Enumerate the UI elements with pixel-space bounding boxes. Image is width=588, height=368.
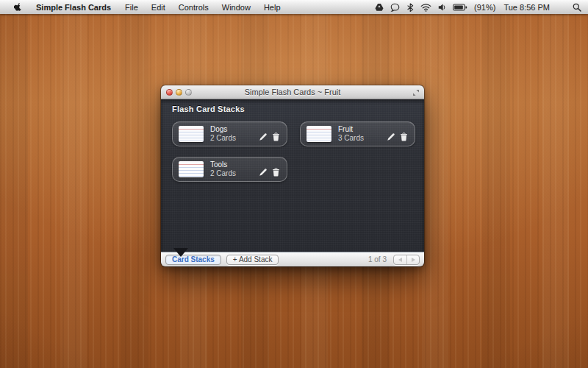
- battery-percent: (91%): [474, 3, 495, 12]
- trash-icon: [272, 168, 280, 177]
- index-card-thumbnail: [306, 126, 331, 142]
- stack-count: 3 Cards: [338, 134, 364, 144]
- active-tab-pointer: [173, 248, 188, 257]
- app-window: Simple Flash Cards ~ Fruit Flash Card St…: [161, 85, 424, 266]
- chat-icon[interactable]: [390, 3, 400, 12]
- search-icon: [573, 3, 581, 12]
- drive-icon[interactable]: [375, 3, 384, 12]
- delete-stack-button[interactable]: [272, 168, 280, 177]
- index-card-thumbnail: [179, 161, 204, 177]
- bluetooth-icon[interactable]: [406, 3, 414, 12]
- window-titlebar[interactable]: Simple Flash Cards ~ Fruit: [161, 85, 424, 99]
- stack-grid: Dogs 2 Cards Fruit 3 Cards: [161, 113, 424, 182]
- stack-item-tools[interactable]: Tools 2 Cards: [172, 157, 287, 182]
- battery-icon[interactable]: [453, 3, 467, 12]
- desktop-wallpaper: Simple Flash Cards File Edit Controls Wi…: [0, 0, 588, 368]
- stack-name: Dogs: [210, 125, 236, 135]
- fullscreen-arrows-icon: [412, 89, 420, 96]
- edit-stack-button[interactable]: [259, 132, 268, 141]
- trash-icon: [400, 132, 408, 141]
- stack-count: 2 Cards: [210, 169, 236, 179]
- chevron-right-icon: [412, 258, 415, 262]
- apple-icon: [14, 2, 22, 12]
- menu-controls[interactable]: Controls: [172, 3, 215, 12]
- minimize-button[interactable]: [176, 89, 182, 96]
- apple-menu[interactable]: [7, 0, 29, 14]
- stack-name: Tools: [210, 160, 236, 170]
- edit-stack-button[interactable]: [387, 132, 395, 141]
- window-content: Flash Card Stacks Dogs 2 Cards: [161, 99, 424, 252]
- menu-edit[interactable]: Edit: [145, 3, 172, 12]
- bottom-toolbar: Card Stacks + Add Stack 1 of 3: [161, 252, 424, 266]
- stack-item-fruit[interactable]: Fruit 3 Cards: [300, 121, 415, 146]
- trash-icon: [272, 132, 280, 141]
- spotlight-menu[interactable]: [573, 3, 581, 12]
- pencil-icon: [387, 132, 395, 141]
- previous-page-button[interactable]: [394, 255, 406, 264]
- next-page-button[interactable]: [406, 255, 419, 264]
- stack-count: 2 Cards: [210, 134, 236, 144]
- menu-bar: Simple Flash Cards File Edit Controls Wi…: [0, 0, 588, 14]
- delete-stack-button[interactable]: [400, 132, 408, 141]
- menu-help[interactable]: Help: [257, 3, 287, 12]
- volume-icon[interactable]: [438, 3, 446, 12]
- wifi-icon[interactable]: [420, 3, 431, 12]
- chevron-left-icon: [398, 258, 402, 262]
- menu-app-name[interactable]: Simple Flash Cards: [29, 3, 118, 12]
- pencil-icon: [259, 132, 268, 141]
- menu-file[interactable]: File: [118, 3, 145, 12]
- delete-stack-button[interactable]: [272, 132, 280, 141]
- traffic-lights: [166, 89, 192, 96]
- page-title: Flash Card Stacks: [161, 99, 424, 113]
- edit-stack-button[interactable]: [259, 168, 268, 177]
- fullscreen-button[interactable]: [412, 89, 420, 96]
- zoom-button: [185, 89, 192, 96]
- stack-name: Fruit: [338, 125, 364, 135]
- add-stack-button[interactable]: + Add Stack: [226, 255, 279, 265]
- page-indicator: 1 of 3: [368, 255, 388, 263]
- close-button[interactable]: [166, 89, 173, 96]
- stack-item-dogs[interactable]: Dogs 2 Cards: [172, 121, 287, 146]
- window-title: Simple Flash Cards ~ Fruit: [245, 88, 341, 96]
- index-card-thumbnail: [179, 126, 204, 142]
- menu-bar-clock[interactable]: Tue 8:56 PM: [502, 3, 550, 12]
- menu-window[interactable]: Window: [215, 3, 257, 12]
- pencil-icon: [259, 168, 268, 177]
- pagination-control: [393, 255, 420, 265]
